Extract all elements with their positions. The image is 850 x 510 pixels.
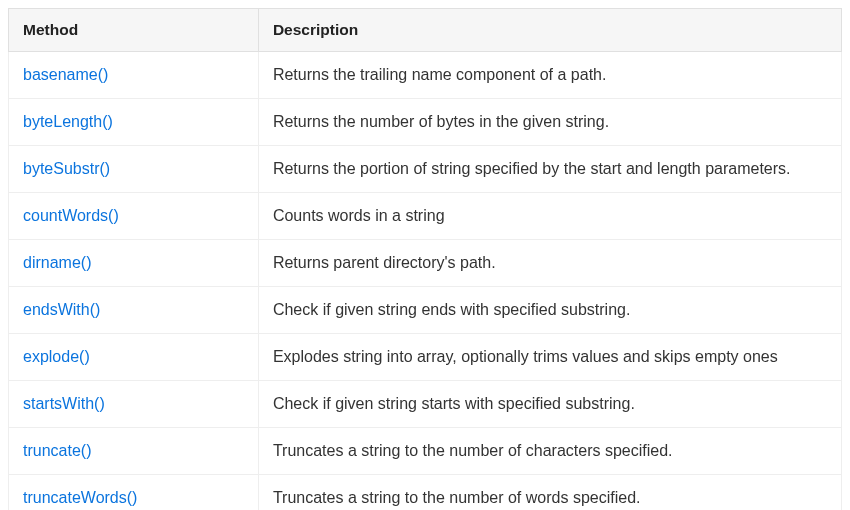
table-row: explode() Explodes string into array, op… bbox=[9, 334, 842, 381]
method-link-truncateWords[interactable]: truncateWords() bbox=[23, 489, 137, 506]
method-description: Returns parent directory's path. bbox=[258, 240, 841, 287]
table-row: endsWith() Check if given string ends wi… bbox=[9, 287, 842, 334]
method-description: Check if given string starts with specif… bbox=[258, 381, 841, 428]
method-link-basename[interactable]: basename() bbox=[23, 66, 108, 83]
method-description: Returns the number of bytes in the given… bbox=[258, 99, 841, 146]
header-description: Description bbox=[258, 9, 841, 52]
method-description: Returns the portion of string specified … bbox=[258, 146, 841, 193]
method-link-explode[interactable]: explode() bbox=[23, 348, 90, 365]
table-row: truncate() Truncates a string to the num… bbox=[9, 428, 842, 475]
table-row: basename() Returns the trailing name com… bbox=[9, 52, 842, 99]
table-row: countWords() Counts words in a string bbox=[9, 193, 842, 240]
method-link-byteSubstr[interactable]: byteSubstr() bbox=[23, 160, 110, 177]
method-link-byteLength[interactable]: byteLength() bbox=[23, 113, 113, 130]
method-link-countWords[interactable]: countWords() bbox=[23, 207, 119, 224]
method-description: Check if given string ends with specifie… bbox=[258, 287, 841, 334]
header-method: Method bbox=[9, 9, 259, 52]
method-description: Explodes string into array, optionally t… bbox=[258, 334, 841, 381]
method-description: Truncates a string to the number of word… bbox=[258, 475, 841, 511]
table-row: startsWith() Check if given string start… bbox=[9, 381, 842, 428]
method-link-truncate[interactable]: truncate() bbox=[23, 442, 91, 459]
table-header-row: Method Description bbox=[9, 9, 842, 52]
method-link-dirname[interactable]: dirname() bbox=[23, 254, 91, 271]
table-row: dirname() Returns parent directory's pat… bbox=[9, 240, 842, 287]
table-row: byteLength() Returns the number of bytes… bbox=[9, 99, 842, 146]
table-row: byteSubstr() Returns the portion of stri… bbox=[9, 146, 842, 193]
method-link-endsWith[interactable]: endsWith() bbox=[23, 301, 100, 318]
methods-table: Method Description basename() Returns th… bbox=[8, 8, 842, 510]
table-row: truncateWords() Truncates a string to th… bbox=[9, 475, 842, 511]
method-description: Truncates a string to the number of char… bbox=[258, 428, 841, 475]
method-description: Counts words in a string bbox=[258, 193, 841, 240]
method-description: Returns the trailing name component of a… bbox=[258, 52, 841, 99]
method-link-startsWith[interactable]: startsWith() bbox=[23, 395, 105, 412]
